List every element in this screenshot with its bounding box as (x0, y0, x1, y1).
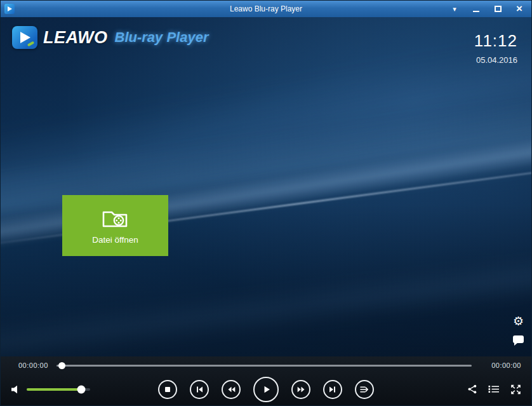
elapsed-time: 00:00:00 (18, 362, 48, 369)
playlist-icon (488, 385, 500, 394)
playlist-button[interactable] (488, 385, 500, 394)
seek-handle[interactable] (58, 362, 65, 369)
video-folder-icon (101, 206, 130, 231)
menu-button[interactable]: ▾ (450, 4, 459, 14)
skip-previous-icon (195, 385, 204, 394)
app-window: Leawo Blu-ray Player ▾ × (0, 0, 532, 406)
previous-button[interactable] (190, 380, 209, 399)
play-arrow-icon (20, 32, 30, 43)
next-button[interactable] (323, 380, 342, 399)
brand-name: LEAWO (43, 28, 108, 48)
remaining-time: 00:00:00 (491, 362, 521, 369)
volume-fill (27, 388, 81, 391)
rewind-button[interactable] (222, 380, 241, 399)
gear-icon: ⚙ (513, 315, 524, 328)
feedback-button[interactable] (513, 335, 524, 343)
window-title: Leawo Blu-ray Player (230, 4, 302, 13)
share-icon (467, 384, 477, 395)
brand-logo-group: LEAWO Blu-ray Player (12, 26, 208, 49)
maximize-icon (495, 6, 502, 12)
forward-button[interactable] (291, 380, 310, 399)
stop-icon (163, 385, 172, 394)
speaker-icon[interactable] (11, 385, 21, 394)
play-order-button[interactable] (355, 380, 374, 399)
volume-slider[interactable] (27, 388, 90, 391)
minimize-button[interactable] (472, 4, 481, 14)
settings-button[interactable]: ⚙ (513, 315, 524, 327)
app-logo-icon (4, 4, 15, 14)
chevron-down-icon: ▾ (453, 5, 456, 13)
maximize-button[interactable] (493, 4, 502, 14)
minimize-icon (473, 11, 479, 12)
stop-button[interactable] (158, 380, 177, 399)
volume-handle[interactable] (77, 385, 86, 393)
play-icon (260, 384, 272, 395)
share-button[interactable] (467, 384, 477, 395)
control-bar: 00:00:00 00:00:00 (1, 356, 531, 405)
fast-forward-icon (296, 385, 306, 394)
open-file-button[interactable]: Datei öffnen (62, 195, 168, 256)
fullscreen-icon (510, 384, 521, 395)
skip-next-icon (328, 385, 337, 394)
clock-time: 11:12 (474, 31, 517, 51)
fullscreen-button[interactable] (510, 384, 521, 395)
brand-product: Blu-ray Player (115, 29, 209, 46)
titlebar[interactable]: Leawo Blu-ray Player ▾ × (1, 1, 531, 17)
leawo-logo-icon (12, 26, 37, 49)
fast-rewind-icon (227, 385, 236, 394)
play-button[interactable] (253, 377, 279, 402)
clock-date: 05.04.2016 (474, 55, 517, 65)
clock: 11:12 05.04.2016 (474, 31, 517, 65)
wallpaper (1, 17, 531, 356)
close-icon: × (516, 4, 522, 13)
play-order-icon (359, 385, 369, 394)
seek-bar[interactable] (57, 365, 472, 367)
close-button[interactable]: × (515, 4, 524, 14)
wallpaper-shade (1, 17, 531, 356)
open-file-label: Datei öffnen (92, 235, 138, 245)
